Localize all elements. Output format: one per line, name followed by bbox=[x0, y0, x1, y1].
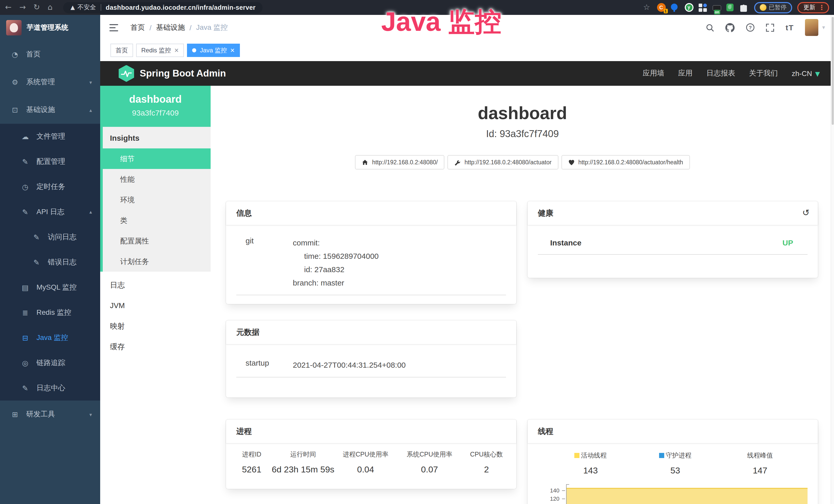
sba-item-config-props[interactable]: 配置属性 bbox=[103, 231, 211, 251]
sidebar-item-access-logs[interactable]: ✎ 访问日志 bbox=[0, 224, 100, 250]
sba-locale-select[interactable]: zh-CN▼ bbox=[792, 69, 820, 77]
svg-text:?: ? bbox=[749, 25, 752, 30]
log-icon: ✎ bbox=[21, 208, 30, 216]
breadcrumb-home[interactable]: 首页 bbox=[130, 23, 145, 32]
sba-item-mappings[interactable]: 映射 bbox=[100, 316, 211, 336]
instance-health-row[interactable]: Instance UP bbox=[538, 238, 808, 255]
sba-item-jvm[interactable]: JVM bbox=[100, 295, 211, 316]
sba-item-environment[interactable]: 环境 bbox=[103, 189, 211, 210]
history-icon[interactable]: ↺ bbox=[803, 207, 810, 218]
user-caret-icon[interactable]: ▾ bbox=[822, 24, 825, 31]
sba-brand[interactable]: Spring Boot Admin bbox=[140, 68, 226, 79]
close-icon[interactable]: ✕ bbox=[230, 47, 235, 54]
actuator-url-button[interactable]: http://192.168.0.2:48080/actuator bbox=[447, 155, 558, 169]
tag-tabs-bar: 首页 Redis 监控 ✕ Java 监控 ✕ bbox=[100, 40, 834, 61]
breadcrumb-infrastructure[interactable]: 基础设施 bbox=[156, 23, 185, 32]
browser-menu-icon[interactable]: ⋮ bbox=[818, 4, 825, 11]
database-icon: ▤ bbox=[21, 283, 30, 292]
app-logo-row: 芋道管理系统 bbox=[0, 15, 100, 41]
sidebar-item-system-mgmt[interactable]: ⚙ 系统管理 ▾ bbox=[0, 68, 100, 96]
sba-link-about[interactable]: 关于我们 bbox=[749, 69, 778, 78]
sidebar-item-infrastructure[interactable]: ⊡ 基础设施 ▴ bbox=[0, 96, 100, 124]
sba-item-logs[interactable]: 日志 bbox=[100, 275, 211, 295]
sba-item-details[interactable]: 细节 bbox=[103, 148, 211, 169]
extension-pin-icon[interactable] bbox=[671, 3, 679, 12]
health-card: 健康 ↺ Instance UP bbox=[528, 201, 818, 278]
process-table-values: 5261 6d 23h 15m 59s 0.04 0.07 2 bbox=[232, 465, 510, 475]
scrollbar-thumb[interactable] bbox=[832, 17, 834, 125]
blue-swatch-icon bbox=[659, 453, 664, 458]
sba-nav-links: 应用墙 应用 日志报表 关于我们 zh-CN▼ bbox=[629, 69, 820, 78]
eye-icon: ◎ bbox=[21, 359, 30, 367]
fullscreen-icon[interactable] bbox=[766, 23, 774, 31]
help-icon[interactable]: ? bbox=[746, 23, 755, 32]
sba-link-journal[interactable]: 日志报表 bbox=[706, 69, 735, 78]
status-badge: UP bbox=[782, 238, 793, 247]
extension-y-icon[interactable]: y bbox=[684, 3, 693, 12]
tab-home[interactable]: 首页 bbox=[110, 44, 133, 57]
sidebar-item-scheduled-jobs[interactable]: ◷ 定时任务 bbox=[0, 174, 100, 199]
extension-leaf-icon[interactable] bbox=[726, 3, 735, 12]
sba-item-metrics[interactable]: 性能 bbox=[103, 169, 211, 189]
sidebar-item-home[interactable]: ◔ 首页 bbox=[0, 41, 100, 68]
extension-switch-icon[interactable] bbox=[712, 5, 721, 10]
bookmark-star-icon[interactable]: ☆ bbox=[643, 4, 650, 11]
legend-live-threads: 活动线程 143 bbox=[548, 451, 633, 476]
y-tick-140: 140 bbox=[542, 487, 559, 494]
security-label: 不安全 bbox=[77, 3, 96, 12]
live-threads-area bbox=[567, 488, 808, 504]
legend-peak-threads: 线程峰值 147 bbox=[718, 451, 803, 476]
emoji-face-icon bbox=[760, 4, 766, 11]
sba-link-wallboard[interactable]: 应用墙 bbox=[643, 69, 664, 78]
process-table-header: 进程ID 运行时间 进程CPU使用率 系统CPU使用率 CPU核心数 bbox=[232, 450, 510, 459]
extension-colorzilla-icon[interactable]: C1 bbox=[657, 3, 665, 12]
sidebar-item-mysql-monitor[interactable]: ▤ MySQL 监控 bbox=[0, 275, 100, 300]
extension-grid-icon[interactable] bbox=[698, 3, 707, 12]
sba-sidebar: dashboard 93a3fc7f7409 Insights 细节 性能 环境… bbox=[100, 86, 211, 504]
forward-icon[interactable]: → bbox=[19, 4, 26, 11]
tab-java-monitor[interactable]: Java 监控 ✕ bbox=[187, 44, 240, 57]
profile-paused-badge[interactable]: 已暂停 bbox=[754, 2, 792, 13]
tab-redis-monitor[interactable]: Redis 监控 ✕ bbox=[136, 44, 184, 57]
sba-content: dashboard Id: 93a3fc7f7409 http://192.16… bbox=[211, 86, 834, 504]
close-icon[interactable]: ✕ bbox=[174, 47, 179, 54]
user-avatar[interactable] bbox=[805, 19, 818, 36]
sidebar-item-file-mgmt[interactable]: ☁ 文件管理 bbox=[0, 124, 100, 149]
sba-body: dashboard 93a3fc7f7409 Insights 细节 性能 环境… bbox=[100, 86, 834, 504]
sidebar-item-trace[interactable]: ◎ 链路追踪 bbox=[0, 350, 100, 375]
app-logo bbox=[6, 20, 22, 36]
sba-item-scheduled-tasks[interactable]: 计划任务 bbox=[103, 251, 211, 272]
collapse-menu-icon[interactable] bbox=[109, 24, 118, 31]
address-divider bbox=[101, 4, 101, 11]
sba-item-caches[interactable]: 缓存 bbox=[100, 336, 211, 357]
github-icon[interactable] bbox=[726, 23, 735, 32]
address-bar[interactable]: ▲ 不安全 dashboard.yudao.iocoder.cn/infra/a… bbox=[63, 2, 263, 13]
sidebar-item-error-logs[interactable]: ✎ 错误日志 bbox=[0, 250, 100, 275]
page-scrollbar[interactable] bbox=[831, 15, 834, 504]
git-label: git bbox=[236, 236, 293, 290]
sba-logo-icon[interactable] bbox=[119, 65, 134, 82]
sidebar-item-api-logs[interactable]: ✎ API 日志 ▴ bbox=[0, 199, 100, 224]
back-icon[interactable]: ← bbox=[5, 4, 12, 11]
legend-daemon-threads: 守护进程 53 bbox=[633, 451, 718, 476]
insights-section: Insights 细节 性能 环境 类 配置属性 计划任务 bbox=[100, 127, 211, 272]
reload-icon[interactable]: ↻ bbox=[34, 4, 40, 11]
sidebar-item-dev-tools[interactable]: ⊞ 研发工具 ▾ bbox=[0, 400, 100, 428]
extensions-puzzle-icon[interactable] bbox=[740, 5, 747, 12]
sidebar-item-log-center[interactable]: ✎ 日志中心 bbox=[0, 375, 100, 400]
service-url-button[interactable]: http://192.168.0.2:48080/ bbox=[355, 155, 445, 169]
sidebar-item-redis-monitor[interactable]: ≣ Redis 监控 bbox=[0, 300, 100, 325]
search-icon[interactable] bbox=[706, 23, 714, 31]
wrench-icon bbox=[454, 159, 461, 166]
instance-id-line: Id: 93a3fc7f7409 bbox=[211, 129, 834, 140]
sba-item-classes[interactable]: 类 bbox=[103, 210, 211, 231]
home-icon[interactable]: ⌂ bbox=[47, 4, 52, 11]
update-button[interactable]: 更新 ⋮ bbox=[797, 2, 829, 13]
sba-link-applications[interactable]: 应用 bbox=[678, 69, 693, 78]
cpu-cores-value: 2 bbox=[463, 465, 510, 475]
sidebar-item-config-mgmt[interactable]: ✎ 配置管理 bbox=[0, 149, 100, 174]
health-url-button[interactable]: http://192.168.0.2:48080/actuator/health bbox=[561, 155, 690, 169]
sidebar-item-java-monitor[interactable]: ⊟ Java 监控 bbox=[0, 325, 100, 350]
font-size-icon[interactable]: tT bbox=[786, 23, 794, 32]
live-threads-value: 143 bbox=[548, 466, 633, 476]
